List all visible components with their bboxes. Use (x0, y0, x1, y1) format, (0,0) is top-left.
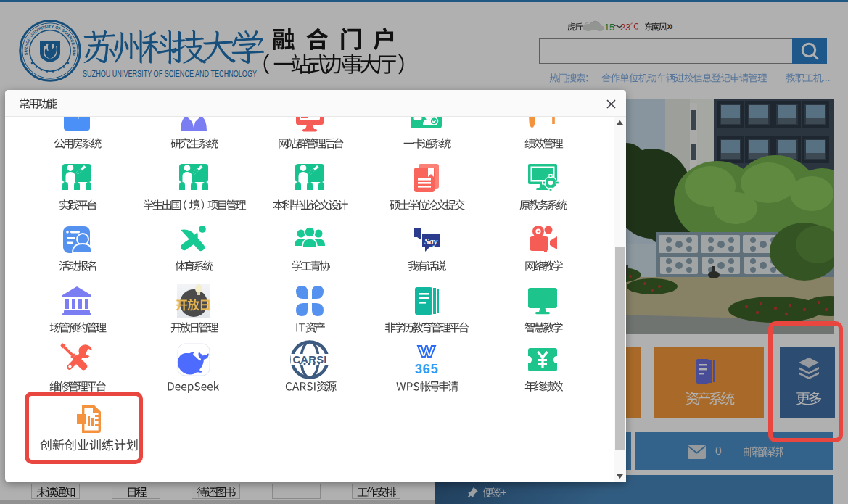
svg-text:Say: Say (424, 236, 438, 247)
svg-text:365: 365 (414, 361, 437, 376)
